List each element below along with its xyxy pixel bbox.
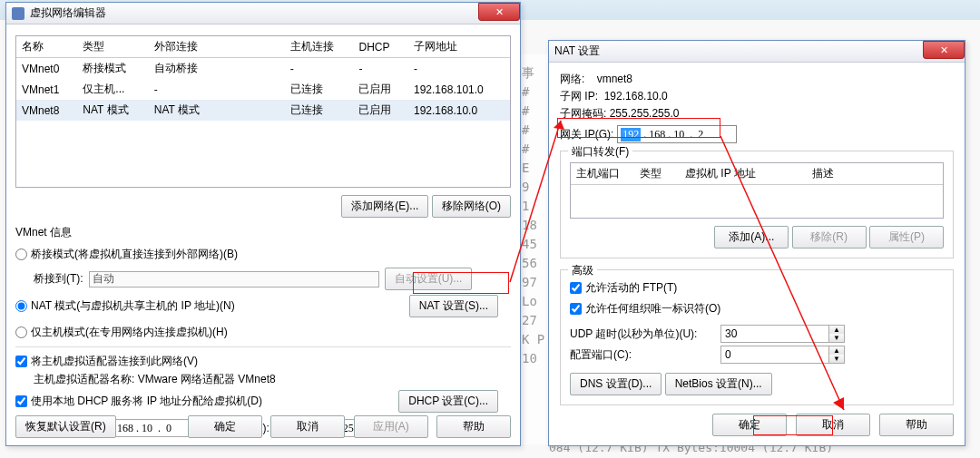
spin-down-icon[interactable]: ▼ — [829, 355, 844, 363]
netbios-settings-button[interactable]: NetBios 设置(N)... — [665, 373, 772, 395]
udp-timeout-label: UDP 超时(以秒为单位)(U): — [570, 326, 715, 342]
allow-ftp-checkbox[interactable] — [570, 282, 582, 294]
pf-remove-button[interactable]: 移除(R) — [792, 226, 867, 248]
vne-help-button[interactable]: 帮助 — [436, 415, 511, 438]
connect-host-check[interactable]: 将主机虚拟适配器连接到此网络(V) — [15, 354, 198, 369]
bridged-to-label: 桥接到(T): — [34, 271, 83, 287]
remove-network-button[interactable]: 移除网络(O) — [432, 195, 511, 218]
advanced-label: 高级 — [568, 263, 597, 278]
net-label: 网络: — [560, 73, 584, 85]
allow-org-checkbox[interactable] — [570, 303, 582, 315]
nat-cancel-button[interactable]: 取消 — [796, 414, 870, 436]
bridged-to-select[interactable] — [89, 271, 379, 287]
udp-timeout-input[interactable] — [720, 325, 829, 343]
bg-side-text: 事####E9118455697Lo27K P10 — [522, 54, 549, 444]
cfg-port-input[interactable] — [720, 346, 829, 364]
use-dhcp-checkbox[interactable] — [15, 395, 27, 407]
pf-add-button[interactable]: 添加(A)... — [714, 226, 789, 248]
nat-title: NAT 设置 — [554, 44, 600, 59]
vne-cancel-button[interactable]: 取消 — [270, 415, 345, 438]
gateway-label: 网关 IP(G): — [560, 127, 613, 142]
port-forward-label: 端口转发(F) — [568, 144, 632, 160]
allow-ftp-check[interactable]: 允许活动的 FTP(T) — [570, 280, 677, 296]
pf-col-type[interactable]: 类型 — [634, 163, 680, 185]
table-row[interactable]: VMnet0 桥接模式 自动桥接 - - - — [16, 58, 510, 80]
nat-radio-input[interactable] — [15, 300, 27, 312]
virtual-network-editor-window: 虚拟网络编辑器 ✕ 名称 类型 外部连接 主机连接 DHCP 子网地址 — [5, 2, 521, 446]
advanced-group: 高级 允许活动的 FTP(T) 允许任何组织唯一标识符(O) UDP 超时(以秒… — [560, 269, 954, 405]
vne-title: 虚拟网络编辑器 — [30, 5, 106, 21]
spin-down-icon[interactable]: ▼ — [829, 334, 844, 342]
col-name[interactable]: 名称 — [16, 36, 77, 58]
vmnet-table[interactable]: 名称 类型 外部连接 主机连接 DHCP 子网地址 VMnet0 桥接模式 自动… — [15, 35, 511, 188]
nat-help-button[interactable]: 帮助 — [879, 414, 954, 436]
pf-props-button[interactable]: 属性(P) — [869, 226, 944, 248]
pf-col-desc[interactable]: 描述 — [807, 163, 943, 185]
spin-up-icon[interactable]: ▲ — [829, 346, 844, 355]
close-icon[interactable]: ✕ — [478, 3, 520, 21]
col-ext[interactable]: 外部连接 — [149, 36, 285, 58]
vne-app-icon — [12, 7, 24, 20]
subip-label: 子网 IP: — [560, 90, 598, 102]
connect-host-checkbox[interactable] — [15, 356, 27, 367]
bridged-radio[interactable]: 桥接模式(将虚拟机直接连接到外部网络)(B) — [15, 247, 238, 262]
nat-settings-window: NAT 设置 ✕ 网络: vmnet8 子网 IP: 192.168.10.0 … — [548, 40, 965, 446]
col-type[interactable]: 类型 — [77, 36, 149, 58]
host-adapter-name: 主机虚拟适配器名称: VMware 网络适配器 VMnet8 — [34, 372, 511, 387]
port-forward-table[interactable]: 主机端口 类型 虚拟机 IP 地址 描述 — [570, 162, 944, 219]
bridged-radio-input[interactable] — [15, 248, 27, 260]
col-subnet[interactable]: 子网地址 — [408, 36, 510, 58]
close-icon[interactable]: ✕ — [923, 41, 965, 59]
vmnet-info-label: VMnet 信息 — [15, 225, 511, 240]
gateway-ip-input[interactable]: 192 . 168 . 10 . 2 — [617, 125, 737, 143]
nat-titlebar[interactable]: NAT 设置 — [549, 41, 965, 63]
mask-value: 255.255.255.0 — [610, 107, 680, 120]
udp-timeout-spinner[interactable]: ▲▼ — [720, 325, 845, 343]
spin-up-icon[interactable]: ▲ — [829, 326, 844, 334]
col-dhcp[interactable]: DHCP — [353, 36, 408, 58]
vne-apply-button[interactable]: 应用(A) — [354, 415, 428, 438]
use-dhcp-check[interactable]: 使用本地 DHCP 服务将 IP 地址分配给虚拟机(D) — [15, 394, 262, 409]
vne-titlebar[interactable]: 虚拟网络编辑器 — [6, 3, 520, 24]
table-row[interactable]: VMnet1 仅主机... - 已连接 已启用 192.168.101.0 — [16, 79, 510, 100]
cfg-port-label: 配置端口(C): — [570, 347, 715, 363]
nat-ok-button[interactable]: 确定 — [712, 414, 787, 436]
pf-col-vmip[interactable]: 虚拟机 IP 地址 — [680, 163, 807, 185]
hostonly-radio-input[interactable] — [15, 326, 27, 338]
cfg-port-spinner[interactable]: ▲▼ — [720, 346, 845, 364]
mask-label: 子网掩码: — [560, 107, 606, 120]
dns-settings-button[interactable]: DNS 设置(D)... — [570, 373, 662, 395]
port-forward-group: 端口转发(F) 主机端口 类型 虚拟机 IP 地址 描述 添加(A)... 移除… — [560, 151, 954, 258]
subip-value: 192.168.10.0 — [604, 90, 668, 102]
vne-ok-button[interactable]: 确定 — [188, 415, 262, 438]
restore-defaults-button[interactable]: 恢复默认设置(R) — [15, 415, 116, 438]
col-host[interactable]: 主机连接 — [285, 36, 354, 58]
net-value: vmnet8 — [597, 73, 632, 85]
pf-col-hostport[interactable]: 主机端口 — [571, 163, 634, 185]
table-row[interactable]: VMnet8 NAT 模式 NAT 模式 已连接 已启用 192.168.10.… — [16, 100, 510, 121]
auto-settings-button[interactable]: 自动设置(U)... — [385, 268, 473, 290]
allow-org-check[interactable]: 允许任何组织唯一标识符(O) — [570, 301, 720, 317]
add-network-button[interactable]: 添加网络(E)... — [341, 195, 428, 218]
dhcp-settings-button[interactable]: DHCP 设置(C)... — [398, 390, 498, 413]
hostonly-radio[interactable]: 仅主机模式(在专用网络内连接虚拟机)(H) — [15, 325, 228, 340]
nat-radio[interactable]: NAT 模式(与虚拟机共享主机的 IP 地址)(N) — [15, 298, 235, 314]
nat-settings-button[interactable]: NAT 设置(S)... — [409, 295, 498, 317]
